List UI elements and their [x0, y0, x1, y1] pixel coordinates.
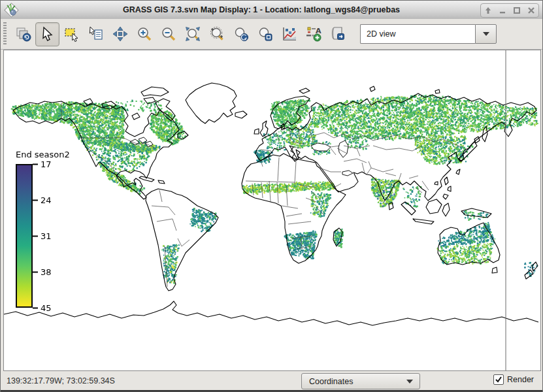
maximize-button[interactable] — [512, 6, 521, 15]
minimize-button[interactable] — [498, 6, 507, 15]
legend-tick: 38 — [33, 267, 52, 277]
add-overlay-icon: A — [305, 25, 322, 42]
legend-ticks: 1724313845 — [33, 164, 72, 308]
shade-button[interactable] — [484, 6, 493, 15]
view-mode-dropdown-button[interactable] — [475, 24, 497, 44]
view-mode-value[interactable]: 2D view — [360, 24, 475, 44]
render-display-icon — [15, 25, 32, 42]
zoom-to-map-button[interactable] — [253, 22, 277, 46]
query-raster-icon — [88, 25, 105, 42]
zoom-region-icon — [208, 25, 225, 42]
save-display-button[interactable] — [325, 22, 350, 46]
zoom-out-icon — [160, 25, 177, 42]
select-region-icon — [63, 25, 80, 42]
add-overlay-button[interactable]: A — [301, 22, 325, 46]
render-label: Render — [507, 375, 534, 384]
map-legend: End season2 1724313845 — [16, 150, 88, 308]
zoom-region-button[interactable] — [205, 22, 229, 46]
map-canvas[interactable]: End season2 1724313845 — [3, 50, 541, 371]
legend-tick: 24 — [33, 195, 52, 205]
toolbar-drag-handle[interactable] — [3, 22, 7, 46]
chevron-down-icon — [406, 380, 413, 384]
titlebar[interactable]: GRASS GIS 7.3.svn Map Display: 1 - Locat… — [1, 1, 542, 20]
zoom-extent-button[interactable] — [180, 22, 205, 46]
zoom-out-button[interactable] — [156, 22, 180, 46]
zoom-in-button[interactable] — [132, 22, 156, 46]
statusbar-mode-combobox[interactable]: Coordinates — [301, 373, 420, 389]
legend-tick: 31 — [33, 231, 52, 241]
zoom-back-icon — [233, 25, 250, 42]
analyze-map-button[interactable] — [277, 22, 301, 46]
close-button[interactable] — [527, 6, 536, 15]
legend-title: End season2 — [16, 150, 88, 159]
statusbar-mode-value: Coordinates — [302, 377, 406, 386]
render-checkbox[interactable] — [493, 374, 504, 385]
analyze-map-icon — [281, 25, 298, 42]
select-region-button[interactable] — [59, 22, 84, 46]
grass-gis-logo-icon — [3, 1, 20, 18]
legend-color-ramp — [16, 164, 33, 308]
map-toolbar: A 2D view — [1, 19, 542, 50]
save-display-icon — [329, 25, 346, 42]
check-icon — [495, 376, 502, 384]
pan-icon — [112, 25, 129, 42]
window-title: GRASS GIS 7.3.svn Map Display: 1 - Locat… — [20, 5, 542, 14]
render-display-button[interactable] — [11, 22, 35, 46]
view-mode-combobox[interactable]: 2D view — [360, 24, 497, 44]
window-controls — [480, 3, 539, 18]
pointer-tool-button[interactable] — [35, 22, 59, 46]
legend-tick: 45 — [33, 303, 52, 313]
zoom-to-map-icon — [257, 25, 274, 42]
zoom-extent-icon — [184, 25, 201, 42]
pan-button[interactable] — [108, 22, 132, 46]
query-raster-button[interactable] — [84, 22, 108, 46]
coordinate-readout: 139:32:17.79W; 73:02:59.34S — [7, 376, 115, 385]
zoom-back-button[interactable] — [229, 22, 253, 46]
legend-tick: 17 — [33, 159, 52, 169]
chevron-down-icon — [483, 32, 489, 36]
pointer-icon — [39, 25, 56, 42]
render-toggle[interactable]: Render — [493, 374, 534, 385]
map-display-window: GRASS GIS 7.3.svn Map Display: 1 - Locat… — [0, 0, 543, 392]
zoom-in-icon — [136, 25, 153, 42]
statusbar: 139:32:17.79W; 73:02:59.34S Coordinates … — [1, 371, 542, 390]
